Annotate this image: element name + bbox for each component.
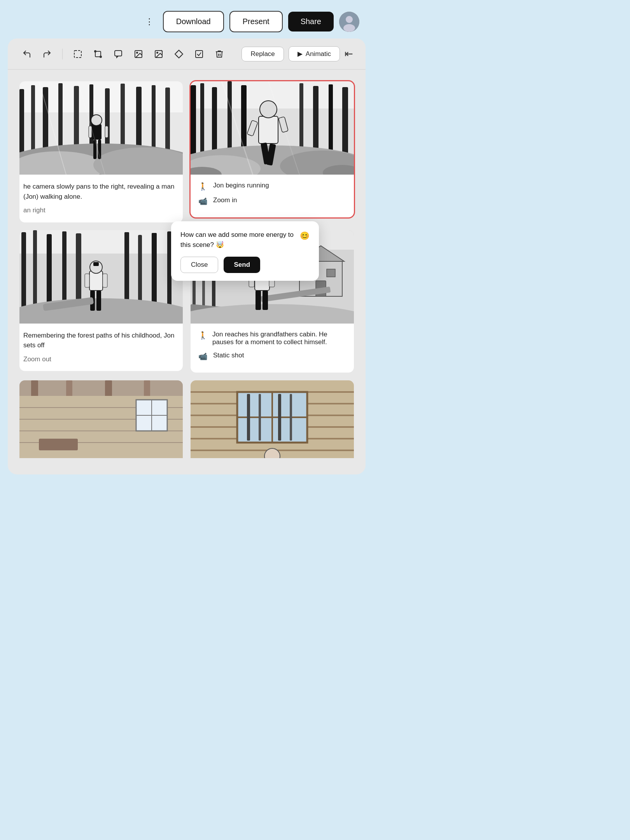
svg-point-11 [157, 52, 158, 53]
svg-rect-82 [85, 274, 89, 287]
toolbar-right: Replace ▶ Animatic ⇤ [242, 46, 353, 61]
svg-rect-136 [290, 394, 292, 441]
panel-5 [16, 376, 187, 462]
bottom-panels [8, 376, 366, 462]
panel-4-action-1-text: Jon reaches his grandfathers cabin. He p… [212, 331, 346, 346]
select-icon[interactable] [71, 47, 84, 61]
panel-3-inner: Remembering the forest paths of his chil… [19, 230, 183, 371]
svg-rect-13 [196, 51, 203, 58]
comment-icon[interactable] [112, 47, 125, 61]
svg-point-55 [260, 101, 277, 118]
svg-point-1 [346, 16, 353, 23]
svg-rect-83 [103, 274, 107, 287]
svg-rect-107 [19, 380, 183, 396]
svg-line-12 [161, 50, 163, 52]
svg-point-5 [94, 51, 96, 52]
move-icon[interactable] [172, 47, 186, 61]
panel-2-action-1: 🚶 Jon begins running [198, 182, 346, 191]
svg-rect-63 [19, 230, 183, 254]
panel-3-text: Remembering the forest paths of his chil… [19, 324, 183, 371]
panel-2-action-2-text: Zoom in [213, 196, 237, 204]
redo-icon[interactable] [40, 47, 54, 61]
svg-rect-77 [89, 271, 103, 290]
panel-1-text: he camera slowly pans to the right, reve… [19, 175, 183, 222]
panel-4-action-1: 🚶 Jon reaches his grandfathers cabin. He… [198, 331, 346, 346]
svg-rect-35 [105, 126, 108, 138]
svg-rect-102 [256, 290, 261, 310]
comment-actions: Close Send [180, 257, 310, 273]
svg-rect-32 [93, 140, 96, 159]
running-icon: 🚶 [198, 182, 208, 191]
svg-rect-134 [259, 394, 261, 441]
panel-5-image [19, 380, 183, 458]
more-options-icon[interactable]: ⋮ [145, 17, 154, 27]
main-card: Replace ▶ Animatic ⇤ [8, 38, 366, 474]
svg-rect-7 [115, 51, 122, 56]
storyboard-grid: he camera slowly pans to the right, reve… [8, 70, 366, 376]
panel-3-description: Remembering the forest paths of his chil… [23, 331, 179, 350]
panel-1-description: he camera slowly pans to the right, reve… [23, 182, 179, 201]
panel-6-inner [191, 380, 354, 458]
svg-rect-135 [278, 394, 281, 441]
svg-point-2 [343, 24, 355, 32]
svg-rect-81 [96, 290, 101, 311]
replace-button[interactable]: Replace [242, 47, 284, 61]
share-button[interactable]: Share [288, 12, 334, 32]
panel-3-image [19, 230, 183, 324]
panel-2-content: 🚶 Jon begins running 📹 Zoom in [191, 175, 354, 217]
svg-rect-120 [39, 439, 78, 450]
camera-icon: 📹 [198, 197, 208, 206]
check-icon[interactable] [192, 47, 206, 61]
panel-2: 🚶 Jon begins running 📹 Zoom in [187, 77, 358, 226]
camera-icon-2: 📹 [198, 352, 208, 361]
panel-1: he camera slowly pans to the right, reve… [16, 77, 187, 226]
panel-2-action-1-text: Jon begins running [213, 182, 269, 189]
svg-point-31 [91, 115, 102, 126]
comment-text-area: How can we add some more energy to this … [180, 230, 310, 250]
panel-6-image [191, 380, 354, 458]
panel-4-content: 🚶 Jon reaches his grandfathers cabin. He… [191, 324, 354, 373]
close-button[interactable]: Close [180, 257, 218, 273]
send-button[interactable]: Send [224, 257, 260, 273]
panel-1-direction: an right [23, 205, 179, 215]
download-button[interactable]: Download [163, 11, 224, 32]
svg-point-9 [136, 52, 138, 53]
panel-2-action-2: 📹 Zoom in [198, 196, 346, 206]
panel-5-inner [19, 380, 183, 458]
crop-icon[interactable] [91, 47, 105, 61]
animatic-button[interactable]: ▶ Animatic [289, 46, 340, 61]
present-button[interactable]: Present [229, 11, 283, 32]
top-bar: ⋮ Download Present Share [0, 0, 373, 38]
panel-1-image [19, 81, 183, 175]
panel-1-inner: he camera slowly pans to the right, reve… [19, 81, 183, 222]
comment-popup: How can we add some more energy to this … [171, 221, 319, 281]
panel-2-inner: 🚶 Jon begins running 📹 Zoom in [191, 81, 354, 217]
svg-rect-79 [93, 262, 99, 266]
undo-icon[interactable] [20, 47, 33, 61]
image-icon[interactable] [132, 47, 145, 61]
sep-1 [62, 49, 63, 60]
svg-rect-54 [259, 116, 278, 144]
emoji-icon: 😊 [300, 230, 310, 242]
panel-3: Remembering the forest paths of his chil… [16, 226, 187, 376]
play-icon: ▶ [298, 50, 303, 58]
panel-4-action-2-text: Static shot [213, 352, 244, 359]
panel-2-image [191, 81, 354, 175]
svg-rect-133 [247, 394, 250, 441]
panel-4-action-2: 📹 Static shot [198, 352, 346, 361]
svg-rect-30 [91, 124, 102, 140]
panel-3-direction: Zoom out [23, 354, 179, 364]
svg-rect-93 [327, 269, 335, 277]
image-edit-icon[interactable] [152, 47, 165, 61]
comment-message: How can we add some more energy to this … [180, 230, 296, 250]
svg-rect-3 [74, 51, 81, 58]
avatar[interactable] [339, 12, 359, 32]
svg-point-6 [100, 56, 102, 58]
running-icon-2: 🚶 [198, 331, 207, 340]
panel-6 [187, 376, 358, 462]
toolbar: Replace ▶ Animatic ⇤ [8, 38, 366, 70]
svg-rect-103 [262, 290, 268, 310]
back-arrow-icon[interactable]: ⇤ [345, 48, 353, 60]
delete-icon[interactable] [213, 47, 226, 61]
